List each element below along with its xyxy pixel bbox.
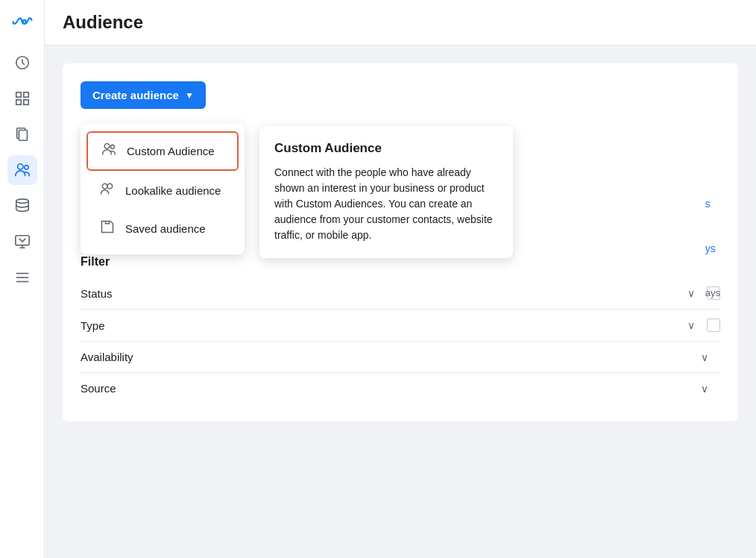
svg-point-17 — [107, 184, 113, 189]
svg-point-8 — [24, 166, 28, 170]
filter-row-status[interactable]: Status ∨ — [81, 278, 720, 310]
meta-logo — [10, 12, 34, 30]
content-area: Create audience ▼ — [45, 46, 756, 558]
svg-point-15 — [111, 145, 115, 148]
sidebar-item-audience[interactable] — [7, 155, 37, 185]
lookalike-audience-icon — [98, 181, 116, 200]
dropdown-item-saved[interactable]: Saved audience — [86, 210, 239, 247]
svg-point-14 — [104, 144, 110, 149]
filter-section: Filter Status ∨ Type ∨ Availability ∨ — [81, 255, 720, 404]
dropdown-menu: Custom Audience Lookalike audience — [81, 124, 245, 254]
sidebar-item-grid[interactable] — [7, 84, 37, 113]
hint-link-2: ys — [705, 242, 720, 254]
header: Audience — [45, 0, 756, 46]
dropdown-item-lookalike[interactable]: Lookalike audience — [86, 172, 239, 209]
sidebar — [0, 0, 45, 558]
filter-availability-chevron: ∨ — [701, 351, 708, 363]
filter-row-source[interactable]: Source ∨ — [81, 373, 720, 404]
svg-rect-2 — [23, 93, 28, 97]
chevron-down-icon: ▼ — [185, 90, 194, 101]
svg-rect-3 — [16, 100, 20, 104]
dropdown-item-saved-label: Saved audience — [125, 222, 206, 235]
create-audience-button[interactable]: Create audience ▼ — [81, 81, 206, 109]
filter-row-availability[interactable]: Availability ∨ — [81, 342, 720, 373]
svg-point-7 — [17, 164, 22, 169]
svg-rect-4 — [23, 100, 28, 104]
svg-rect-6 — [19, 131, 27, 141]
svg-rect-1 — [16, 93, 20, 97]
dropdown-item-lookalike-label: Lookalike audience — [125, 184, 221, 197]
custom-audience-icon — [100, 142, 118, 160]
filter-source-chevron: ∨ — [701, 383, 708, 395]
filter-status-chevron: ∨ — [687, 287, 695, 299]
filter-status-label: Status — [81, 287, 687, 300]
filter-type-label: Type — [81, 319, 687, 332]
filter-row-type[interactable]: Type ∨ — [81, 310, 720, 342]
main-content: Audience Create audience ▼ — [45, 0, 756, 558]
filter-status-checkbox[interactable] — [707, 286, 720, 300]
dropdown-item-custom-label: Custom Audience — [127, 145, 215, 157]
page-title: Audience — [63, 12, 738, 33]
filter-source-label: Source — [81, 382, 701, 395]
sidebar-item-pages[interactable] — [7, 119, 37, 149]
dropdown-item-custom[interactable]: Custom Audience — [86, 131, 239, 171]
svg-point-16 — [102, 184, 107, 189]
sidebar-item-menu[interactable] — [7, 263, 37, 292]
sidebar-item-dashboard[interactable] — [7, 48, 37, 78]
filter-type-checkbox[interactable] — [707, 319, 720, 332]
create-audience-dropdown: Create audience ▼ — [81, 81, 206, 121]
saved-audience-icon — [98, 219, 116, 238]
hint-link-1: s — [705, 198, 720, 210]
tooltip-title: Custom Audience — [274, 141, 498, 156]
content-card: Create audience ▼ — [63, 63, 738, 421]
filter-type-chevron: ∨ — [687, 319, 695, 331]
sidebar-item-database[interactable] — [7, 191, 37, 221]
filter-availability-label: Availability — [81, 351, 701, 363]
tooltip-description: Connect with the people who have already… — [274, 165, 498, 243]
tooltip-popover: Custom Audience Connect with the people … — [259, 126, 513, 258]
sidebar-item-ads[interactable] — [7, 227, 37, 257]
create-audience-label: Create audience — [92, 89, 179, 101]
svg-point-9 — [16, 199, 28, 204]
svg-rect-10 — [15, 236, 28, 245]
